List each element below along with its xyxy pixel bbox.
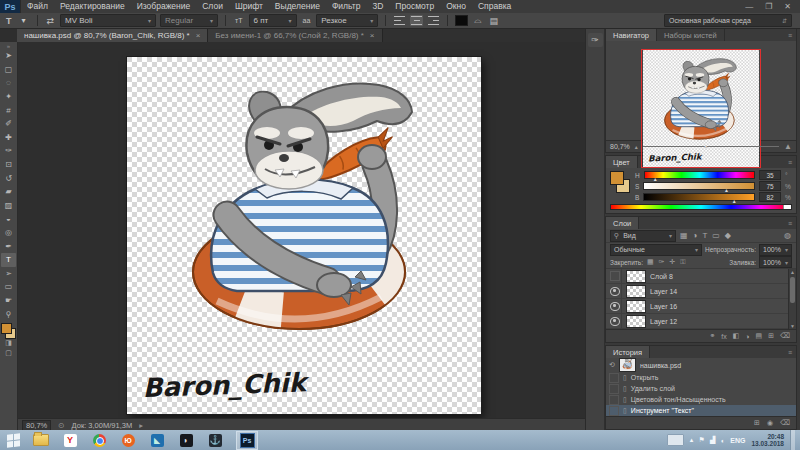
dark-app-icon[interactable]: ◗: [178, 433, 194, 448]
align-left-icon[interactable]: [393, 15, 406, 26]
panel-menu-icon[interactable]: ≡: [788, 346, 796, 358]
tab-brush-presets[interactable]: Наборы кистей: [657, 29, 725, 41]
show-desktop-button[interactable]: [790, 430, 795, 450]
filter-toggle-icon[interactable]: ◍: [783, 231, 792, 240]
fill-field[interactable]: 100% ▾: [759, 256, 792, 268]
chrome-icon[interactable]: [91, 433, 107, 448]
crop-tool[interactable]: #: [1, 103, 16, 117]
visibility-toggle[interactable]: [609, 314, 622, 328]
anti-alias-select[interactable]: Резкое ▾: [316, 14, 378, 27]
history-state-row[interactable]: ▯ Инструмент "Текст": [606, 405, 796, 416]
document-tab-inactive[interactable]: Без имени-1 @ 66,7% (Слой 2, RGB/8) * ×: [208, 28, 382, 42]
layer-mask-icon[interactable]: ◧: [733, 332, 740, 340]
blend-mode-select[interactable]: Обычные ▾: [610, 244, 702, 256]
delete-layer-icon[interactable]: ⌫: [780, 332, 790, 340]
lock-transparency-icon[interactable]: ▦: [646, 258, 655, 266]
gradient-tool[interactable]: ▨: [1, 199, 16, 213]
eye-hidden-icon[interactable]: [610, 271, 620, 281]
font-size-select[interactable]: 6 пт ▾: [249, 14, 297, 27]
yandex-browser-icon[interactable]: Y: [62, 433, 78, 448]
anchor-game-icon[interactable]: ⚓: [207, 433, 223, 448]
document-canvas[interactable]: [127, 57, 481, 414]
type-tool-icon[interactable]: T: [4, 16, 14, 26]
zoom-out-icon[interactable]: ▴: [635, 143, 638, 150]
menubar-item[interactable]: Файл: [21, 0, 54, 13]
hand-tool[interactable]: ☛: [1, 294, 16, 308]
lock-pixels-icon[interactable]: ✑: [658, 258, 666, 266]
minimize-button[interactable]: —: [745, 2, 753, 11]
tab-navigator[interactable]: Навигатор: [606, 29, 657, 41]
layer-thumbnail[interactable]: [626, 300, 646, 313]
layers-scrollbar[interactable]: ▲▼: [788, 269, 796, 329]
shape-tool[interactable]: ▭: [1, 280, 16, 294]
filter-type-icon[interactable]: T: [701, 231, 708, 240]
tray-expand-icon[interactable]: ▴: [690, 436, 694, 444]
history-source-checkbox[interactable]: [609, 384, 619, 394]
layer-row[interactable]: Слой 8: [606, 269, 796, 284]
align-right-icon[interactable]: [427, 15, 440, 26]
warp-text-icon[interactable]: ⌓: [472, 15, 483, 26]
history-source-checkbox[interactable]: [609, 373, 619, 383]
ps-logo[interactable]: Ps: [0, 0, 21, 13]
menubar-item[interactable]: Шрифт: [229, 0, 269, 13]
white-chip[interactable]: [783, 205, 791, 209]
slider-thumb-icon[interactable]: ▲: [703, 143, 709, 149]
history-source-checkbox[interactable]: [609, 395, 619, 405]
restore-button[interactable]: ❐: [765, 2, 772, 11]
slider-track[interactable]: ▲: [643, 182, 755, 190]
layer-thumbnail[interactable]: [626, 285, 646, 298]
tab-close-icon[interactable]: ×: [370, 31, 375, 40]
filter-adjustment-icon[interactable]: ◑: [692, 231, 699, 240]
pen-tool[interactable]: ✒: [1, 239, 16, 253]
history-source-checkbox[interactable]: [609, 406, 619, 416]
slider-track[interactable]: ▲: [644, 171, 755, 179]
layer-name[interactable]: Layer 16: [650, 303, 677, 310]
layer-row[interactable]: Layer 16: [606, 299, 796, 314]
eye-icon[interactable]: [610, 302, 620, 311]
layer-group-icon[interactable]: ▤: [756, 332, 763, 340]
tool-preset-arrow-icon[interactable]: ▾: [18, 15, 30, 26]
touch-keyboard-icon[interactable]: [667, 434, 684, 446]
document-tab-active[interactable]: нашивка.psd @ 80,7% (Baron_Chik, RGB/8) …: [17, 28, 208, 42]
layer-thumbnail[interactable]: [626, 270, 646, 283]
delete-state-icon[interactable]: ⌫: [780, 419, 790, 427]
slider-value-field[interactable]: 82: [759, 192, 781, 202]
language-indicator[interactable]: ENG: [730, 437, 745, 444]
navigator-zoom-slider[interactable]: ▲: [643, 146, 779, 147]
menubar-item[interactable]: 3D: [366, 0, 389, 13]
history-state-row[interactable]: ▯ Открыть: [606, 372, 796, 383]
tab-color[interactable]: Цвет: [606, 156, 638, 168]
workspace-select[interactable]: Основная рабочая среда ⇵: [664, 14, 792, 27]
zoom-in-icon[interactable]: ▲: [784, 142, 792, 151]
text-orientation-icon[interactable]: ⇄: [45, 16, 57, 26]
adjustment-layer-icon[interactable]: ◑: [745, 333, 749, 340]
tab-history[interactable]: История: [606, 346, 650, 358]
filter-shape-icon[interactable]: ▭: [711, 231, 721, 240]
history-state-row[interactable]: ▯ Цветовой тон/Насыщенность: [606, 394, 796, 405]
color-spectrum-ramp[interactable]: [610, 204, 792, 210]
layer-row[interactable]: Layer 14: [606, 284, 796, 299]
brush-panel-icon[interactable]: ✑: [588, 33, 603, 47]
status-zoom-field[interactable]: 80,7%: [22, 420, 51, 431]
eye-icon[interactable]: [610, 287, 620, 296]
action-center-icon[interactable]: ⚑: [698, 436, 704, 444]
foreground-color-swatch[interactable]: [610, 171, 624, 185]
photoshop-taskbar-button[interactable]: Ps: [236, 431, 258, 450]
layer-filter-select[interactable]: ⚲ Вид ▾: [610, 230, 676, 242]
eye-icon[interactable]: [610, 317, 620, 326]
new-snapshot-icon[interactable]: ◉: [767, 419, 773, 427]
layer-name[interactable]: Layer 14: [650, 288, 677, 295]
text-color-swatch[interactable]: [455, 15, 468, 26]
canvas-area[interactable]: [18, 42, 585, 418]
slider-value-field[interactable]: 35: [759, 170, 781, 180]
lock-position-icon[interactable]: ✛: [668, 258, 676, 266]
close-button[interactable]: ✕: [784, 2, 791, 11]
new-layer-icon[interactable]: ⊞: [768, 332, 774, 340]
brush-tool[interactable]: ✑: [1, 144, 16, 158]
align-center-icon[interactable]: [410, 15, 423, 26]
orange-app-icon[interactable]: Ю: [120, 433, 136, 448]
layer-style-icon[interactable]: fx: [721, 333, 726, 340]
menubar-item[interactable]: Окно: [440, 0, 472, 13]
history-brush-tool[interactable]: ↺: [1, 171, 16, 185]
visibility-toggle[interactable]: [609, 299, 622, 313]
